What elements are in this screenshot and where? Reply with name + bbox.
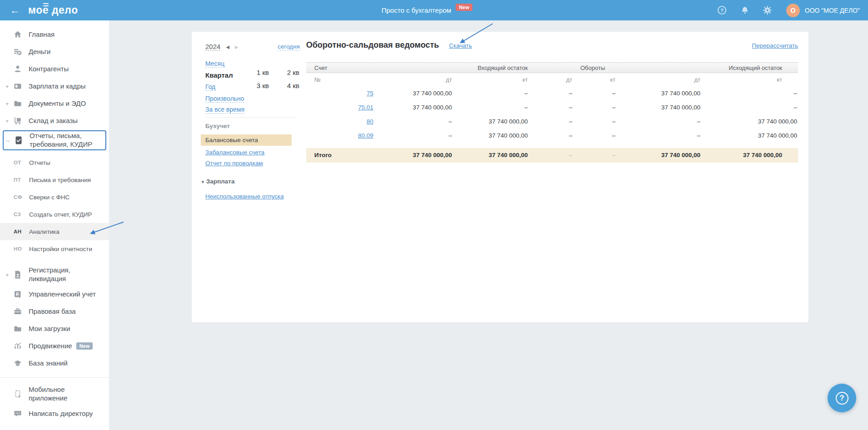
sidebar-subitem-create-report[interactable]: СЗ Создать отчет, КУДИР [0,206,109,223]
prev-year-arrow-icon[interactable]: ◀ [226,44,229,49]
sidebar-item-mobile-app[interactable]: Мобильное приложение [0,383,109,405]
report-title: Оборотно-сальдовая ведомость [306,40,439,50]
unused-vacations-link[interactable]: Неиспользованные отпуска [205,193,284,200]
help-fab-button[interactable]: ? [828,384,856,412]
promo-tagline: Просто с бухгалтером [382,6,451,14]
back-arrow-icon[interactable]: ← [10,5,20,15]
period-year-link[interactable]: Год [205,83,215,91]
sidebar-item-home[interactable]: Главная [0,26,109,43]
sidebar-item-salary[interactable]: + Зарплата и кадры [0,78,109,95]
cell-value: – [529,100,573,114]
sidebar-item-warehouse[interactable]: + Склад и заказы [0,112,109,129]
sidebar-subitem-letters[interactable]: ПТ Письма и требования [0,171,109,188]
sidebar-item-reports[interactable]: – Отчеты, письма, требования, КУДИР [3,130,106,150]
subheader-number: № [306,73,374,86]
report-area: Оборотно-сальдовая ведомость Скачать Пер… [306,32,808,163]
svg-text:?: ? [720,8,724,13]
period-month-link[interactable]: Месяц [205,60,224,68]
quarter-2-button[interactable]: 2 кв [287,69,299,76]
today-link[interactable]: сегодня [278,43,300,50]
content-card: 2024 ◀ ▶ сегодня Месяц Квартал Год Произ… [192,32,808,322]
subitem-code: НО [14,246,29,252]
period-custom-link[interactable]: Произвольно [205,95,244,103]
next-year-arrow-icon[interactable]: ▶ [235,44,238,49]
period-quarter-active[interactable]: Квартал [205,71,233,79]
cell-value: – [529,86,573,100]
sidebar-item-label: Документы и ЭДО [29,99,86,108]
quarter-1-button[interactable]: 1 кв [257,69,269,76]
sidebar-divider [0,377,109,378]
logo-text: мо [28,4,43,16]
cell-value: – [573,100,616,114]
sidebar-item-promotion[interactable]: Продвижение New [0,337,109,355]
accounting-section-title: Бухучет [205,123,230,129]
sidebar-item-knowledge-base[interactable]: База знаний [0,355,109,372]
sidebar-item-registration[interactable]: + Регистрация, ликвидация [0,264,109,286]
topbar-promo[interactable]: Просто с бухгалтером New [382,0,472,20]
sidebar-item-money[interactable]: ₽ Деньги [0,43,109,60]
cell-value: 37 740 000,00 [453,129,529,143]
sidebar-item-label: Склад и заказы [29,117,78,125]
subitem-label: Сверки с ФНС [29,194,69,201]
notifications-bell-icon[interactable] [740,5,750,15]
total-label: Итого [306,148,374,163]
quarter-4-button[interactable]: 4 кв [287,82,299,89]
sidebar-item-contractors[interactable]: Контрагенты [0,60,109,78]
sidebar-subitem-analytics[interactable]: АН Аналитика [0,223,109,240]
col-header-account: Счет [306,63,374,73]
sidebar-item-legal-base[interactable]: Правовая база [0,303,109,320]
label-line-1: Мобильное [29,386,65,393]
sidebar-item-management-accounting[interactable]: ₽ Управленческий учет [0,286,109,303]
sidebar-item-label: Контрагенты [29,65,69,74]
label-line-2: ликвидация [29,275,66,282]
triangle-down-icon: ▼ [201,180,205,184]
cell-value: – [701,86,798,100]
label-line-2: приложение [29,394,67,402]
settings-gear-icon[interactable] [763,5,773,15]
report-doc-check-icon [14,135,24,145]
account-link[interactable]: 75 [367,90,373,97]
sidebar-subitem-fns[interactable]: СФ Сверки с ФНС [0,188,109,206]
mobile-phone-icon [13,389,23,399]
company-name[interactable]: ООО "МОЕ ДЕЛО" [805,7,860,14]
subitem-code: СЗ [14,212,29,217]
cell-value: – [374,129,453,143]
sidebar-subitem-reports[interactable]: ОТ Отчеты [0,154,109,171]
user-avatar[interactable]: O [786,4,800,17]
total-value: 37 740 000,00 [701,148,798,163]
expand-plus-marker: + [5,272,13,278]
subheader-dt: дт [616,73,701,86]
total-value: 37 740 000,00 [453,148,529,163]
postings-report-link[interactable]: Отчет по проводкам [205,160,263,167]
salary-section-toggle[interactable]: ▼Зарплата [201,178,235,185]
account-link[interactable]: 75.01 [358,104,373,111]
sidebar-subitem-report-settings[interactable]: НО Настройки отчетности [0,240,109,257]
period-alltime-link[interactable]: За все время [205,106,244,114]
off-balance-accounts-link[interactable]: Забалансовые счета [205,149,264,156]
balance-accounts-selected[interactable]: Балансовые счета [201,134,292,146]
logo-text-suffix: дело [49,4,78,16]
sidebar-item-label: Написать директору [29,410,93,418]
download-link[interactable]: Скачать [449,42,472,49]
app-logo[interactable]: мое дело [28,4,78,16]
sidebar-item-write-director[interactable]: Написать директору [0,405,109,422]
sidebar-item-documents[interactable]: + Документы и ЭДО [0,95,109,112]
help-icon[interactable]: ? [717,5,727,15]
cell-value: – [529,129,573,143]
subitem-code: АН [14,229,29,234]
account-link[interactable]: 80.09 [358,132,373,139]
col-header-turnover: Обороты [529,63,616,73]
quarter-3-button[interactable]: 3 кв [257,82,269,89]
sidebar-item-label: Продвижение [29,342,72,351]
sidebar-item-my-downloads[interactable]: Мои загрузки [0,320,109,337]
downloads-folder-icon [13,324,23,334]
graduation-cap-icon [13,358,23,368]
year-selector[interactable]: 2024 [205,43,220,51]
cell-value: – [616,129,701,143]
recalculate-link[interactable]: Перерассчитать [752,42,798,49]
sidebar-item-label: Главная [29,30,55,39]
expand-plus-marker: + [5,83,13,90]
expand-plus-marker: + [5,118,13,124]
subitem-label: Отчеты [29,159,50,166]
account-link[interactable]: 80 [367,118,373,125]
